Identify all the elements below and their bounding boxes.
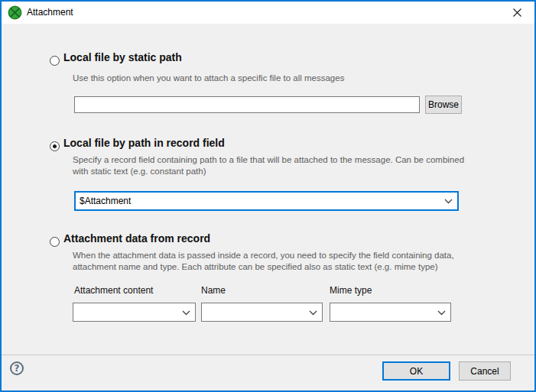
radio-attachment-data-from-record[interactable] <box>50 237 60 247</box>
option-label-record-field[interactable]: Local file by path in record field <box>63 137 225 149</box>
option-desc-static-path: Use this option when you want to attach … <box>73 73 344 84</box>
chevron-down-icon[interactable] <box>444 199 453 204</box>
clover-icon <box>8 5 22 20</box>
help-icon[interactable]: ? <box>10 361 24 375</box>
record-field-combobox-value: $Attachment <box>80 193 442 209</box>
footer-divider <box>2 355 534 355</box>
ok-button-label: OK <box>410 366 423 377</box>
name-combobox[interactable] <box>201 303 323 322</box>
chevron-down-icon[interactable] <box>437 310 446 316</box>
window-title: Attachment <box>27 7 73 18</box>
cancel-button-label: Cancel <box>470 366 499 377</box>
option-desc-data-from-record: When the attachment data is passed insid… <box>73 250 454 273</box>
title-bar: Attachment <box>2 2 534 24</box>
name-value <box>206 303 307 321</box>
record-field-combobox[interactable]: $Attachment <box>74 191 459 211</box>
radio-local-file-static-path[interactable] <box>50 56 60 66</box>
cancel-button[interactable]: Cancel <box>459 361 511 381</box>
chevron-down-icon[interactable] <box>309 310 317 316</box>
option-label-static-path[interactable]: Local file by static path <box>63 51 182 63</box>
browse-button-label: Browse <box>428 99 459 110</box>
ok-button[interactable]: OK <box>382 361 450 381</box>
attachment-content-value <box>77 303 180 321</box>
attachment-content-combobox[interactable] <box>73 303 196 322</box>
help-glyph: ? <box>15 363 20 374</box>
chevron-down-icon[interactable] <box>182 310 190 316</box>
browse-button[interactable]: Browse <box>425 96 462 114</box>
mime-type-combobox[interactable] <box>330 303 451 322</box>
option-label-data-from-record[interactable]: Attachment data from record <box>63 232 210 245</box>
option-desc-record-field: Specify a record field containing path t… <box>73 154 464 177</box>
mime-type-value <box>334 303 435 321</box>
close-button[interactable] <box>502 2 531 23</box>
attachment-content-label: Attachment content <box>74 285 153 296</box>
attachment-dialog: Attachment Local file by static path Use… <box>0 0 536 392</box>
static-path-input[interactable] <box>74 96 420 113</box>
close-x-icon <box>513 8 521 17</box>
mime-type-label: Mime type <box>330 285 372 296</box>
name-label: Name <box>201 285 226 296</box>
radio-path-in-record-field[interactable] <box>50 141 60 151</box>
